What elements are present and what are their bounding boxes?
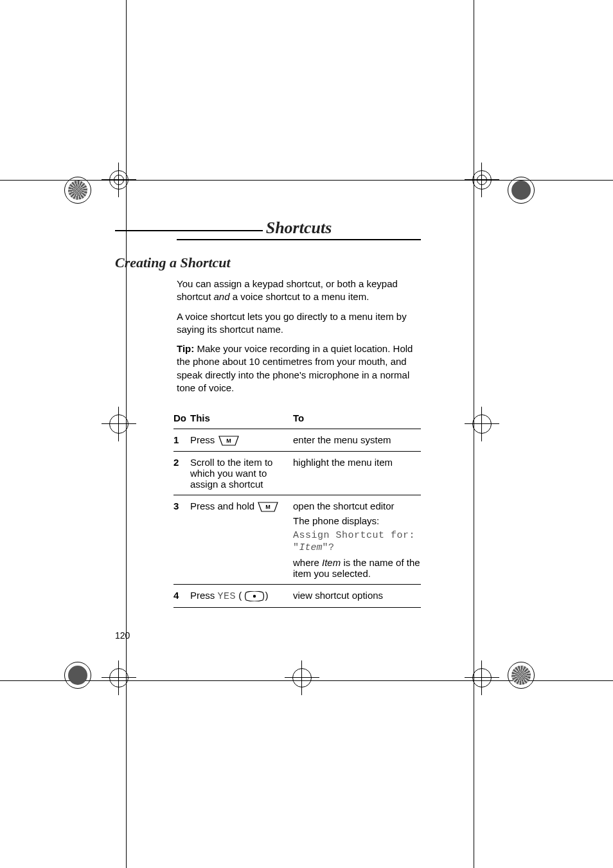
lcd-text-italic: Item bbox=[299, 542, 323, 553]
paragraph: A voice shortcut lets you go directly to… bbox=[177, 310, 421, 337]
paragraph: Tip: Make your voice recording in a quie… bbox=[177, 342, 421, 394]
paragraph: You can assign a keypad shortcut, or bot… bbox=[177, 278, 421, 304]
text: Make your voice recording in a quiet loc… bbox=[177, 343, 413, 393]
step-result: enter the menu system bbox=[293, 434, 421, 446]
step-action: Scroll to the item to which you want to … bbox=[190, 457, 293, 490]
text: open the shortcut editor bbox=[293, 500, 421, 511]
step-number: 4 bbox=[173, 590, 190, 602]
lcd-text: "? bbox=[323, 542, 335, 553]
display-text: Assign Shortcut for: "Item"? bbox=[293, 529, 421, 553]
text: where bbox=[293, 557, 322, 568]
tip-label: Tip: bbox=[177, 343, 194, 354]
page-number: 120 bbox=[115, 630, 130, 641]
table-header-row: Do This To bbox=[173, 409, 421, 429]
text: a voice shortcut to a menu item. bbox=[230, 291, 369, 302]
col-header-this: This bbox=[190, 412, 293, 423]
manual-page: Shortcuts Creating a Shortcut You can as… bbox=[0, 0, 613, 868]
step-action: Press M bbox=[190, 434, 293, 446]
col-header-do: Do bbox=[173, 412, 190, 423]
chapter-rule bbox=[177, 239, 421, 240]
text: Press bbox=[190, 434, 218, 445]
section-heading: Creating a Shortcut bbox=[115, 254, 421, 271]
table-row: 4 Press YES ( ) view shortcut options bbox=[173, 585, 421, 608]
steps-table: Do This To 1 Press M enter the menu syst… bbox=[173, 409, 421, 608]
col-header-to: To bbox=[293, 412, 421, 423]
step-result: view shortcut options bbox=[293, 590, 421, 602]
text: Press and hold bbox=[190, 500, 257, 511]
table-row: 2 Scroll to the item to which you want t… bbox=[173, 452, 421, 495]
key-letter: M bbox=[226, 438, 231, 444]
text: ( bbox=[236, 590, 242, 601]
text: The phone displays: bbox=[293, 515, 421, 526]
menu-key-icon: M bbox=[257, 502, 279, 512]
crop-line bbox=[474, 0, 474, 868]
chapter-title: Shortcuts bbox=[177, 218, 421, 238]
text-italic: and bbox=[214, 291, 230, 302]
text: where Item is the name of the item you s… bbox=[293, 557, 421, 579]
page-content: Shortcuts Creating a Shortcut You can as… bbox=[177, 218, 421, 608]
softkey-icon bbox=[244, 591, 265, 601]
crop-line bbox=[126, 0, 127, 868]
step-action: Press and hold M bbox=[190, 500, 293, 579]
svg-point-1 bbox=[253, 595, 256, 598]
step-number: 2 bbox=[173, 457, 190, 490]
softkey-label: YES bbox=[218, 591, 236, 602]
svg-text:M: M bbox=[265, 504, 271, 510]
body-text: You can assign a keypad shortcut, or bot… bbox=[177, 278, 421, 394]
text: ) bbox=[265, 590, 268, 601]
text: Press bbox=[190, 590, 218, 601]
step-number: 3 bbox=[173, 500, 190, 579]
step-action: Press YES ( ) bbox=[190, 590, 293, 602]
text-italic: Item bbox=[322, 557, 341, 568]
table-row: 3 Press and hold M open the shortcut edi… bbox=[173, 495, 421, 585]
step-result: open the shortcut editor The phone displ… bbox=[293, 500, 421, 579]
table-row: 1 Press M enter the menu system bbox=[173, 429, 421, 452]
step-result: highlight the menu item bbox=[293, 457, 421, 490]
menu-key-icon: M bbox=[218, 436, 240, 446]
step-number: 1 bbox=[173, 434, 190, 446]
